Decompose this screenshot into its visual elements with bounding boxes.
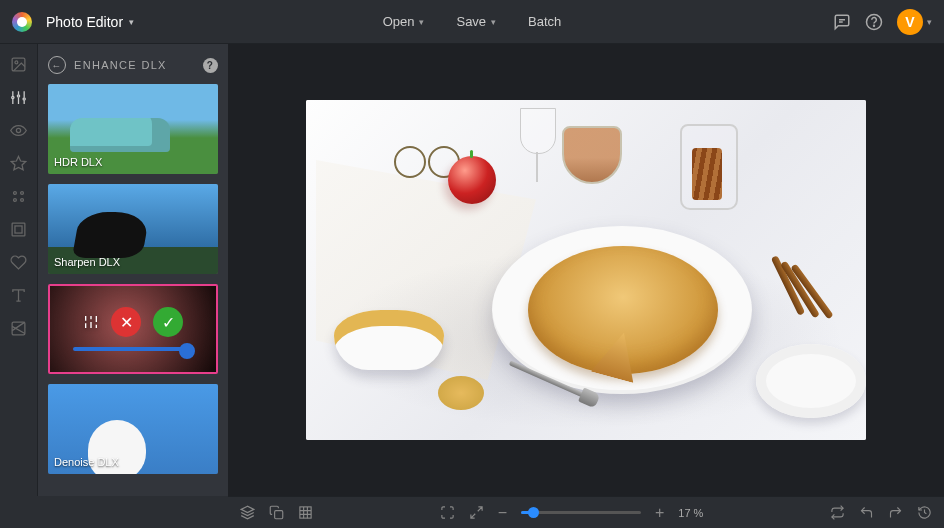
body: ← ENHANCE DLX ? HDR DLX Sharpen DLX ✕ ✓ [0,44,944,496]
svg-marker-16 [241,506,254,512]
chevron-down-icon: ▾ [927,17,932,27]
top-menu: Open▾ Save▾ Batch [369,8,576,35]
intensity-slider[interactable] [73,347,193,351]
layers-icon[interactable] [240,505,255,520]
svg-rect-18 [300,507,311,518]
app-logo [12,12,32,32]
copy-icon[interactable] [269,505,284,520]
text-tool-icon[interactable] [10,287,27,304]
effect-label: Denoise DLX [54,456,119,468]
effect-card-sharpen[interactable]: Sharpen DLX [48,184,218,274]
redo-icon[interactable] [888,505,903,520]
top-bar: Photo Editor ▾ Open▾ Save▾ Batch V ▾ [0,0,944,44]
frame-tool-icon[interactable] [10,221,27,238]
img-teacup [562,126,622,184]
heart-tool-icon[interactable] [10,254,27,271]
svg-point-10 [21,192,24,195]
svg-point-5 [17,95,19,97]
img-cookie [438,376,484,410]
app-title-dropdown[interactable]: Photo Editor ▾ [46,14,134,30]
img-plate2 [756,344,866,418]
effect-label: Sharpen DLX [54,256,120,268]
zoom-in-icon[interactable]: + [655,504,664,522]
cancel-button[interactable]: ✕ [111,307,141,337]
side-panel: ← ENHANCE DLX ? HDR DLX Sharpen DLX ✕ ✓ [38,44,228,496]
zoom-slider[interactable] [521,511,641,514]
svg-marker-8 [11,156,25,169]
svg-point-3 [15,61,18,64]
eye-tool-icon[interactable] [10,122,27,139]
fit-icon[interactable] [440,505,455,520]
feedback-icon[interactable] [833,13,851,31]
avatar-letter: V [905,14,914,30]
zoom-value: 17 % [678,507,703,519]
history-icon[interactable] [917,505,932,520]
grid-icon[interactable] [298,505,313,520]
effect-controls: ✕ ✓ [50,286,216,372]
undo-icon[interactable] [859,505,874,520]
open-button[interactable]: Open▾ [369,8,439,35]
svg-rect-17 [275,511,283,519]
back-button[interactable]: ← [48,56,66,74]
canvas-image[interactable] [306,100,866,440]
img-wineglass [520,108,554,188]
expand-icon[interactable] [469,505,484,520]
svg-point-7 [16,128,20,132]
texture-tool-icon[interactable] [10,320,27,337]
sliders-tool-icon[interactable] [10,89,27,106]
svg-point-12 [21,199,24,202]
zoom-out-icon[interactable]: − [498,504,507,522]
svg-point-4 [12,96,14,98]
chevron-down-icon: ▾ [419,17,424,27]
img-bowl [334,310,444,370]
save-button[interactable]: Save▾ [442,8,510,35]
effect-card-hdr[interactable]: HDR DLX [48,84,218,174]
chevron-down-icon: ▾ [491,17,496,27]
bottom-bar: − + 17 % [228,496,944,528]
panel-title: ENHANCE DLX [74,59,167,71]
app-title-text: Photo Editor [46,14,123,30]
svg-point-1 [874,25,875,26]
canvas-area [228,44,944,496]
svg-rect-13 [12,223,25,236]
save-label: Save [456,14,486,29]
svg-point-6 [23,98,25,100]
img-jar [680,124,738,210]
adjust-icon[interactable] [83,314,99,330]
open-label: Open [383,14,415,29]
image-tool-icon[interactable] [10,56,27,73]
compare-icon[interactable] [830,505,845,520]
svg-point-9 [14,192,17,195]
batch-button[interactable]: Batch [514,8,575,35]
help-icon[interactable] [865,13,883,31]
panel-help-icon[interactable]: ? [203,58,218,73]
svg-point-11 [14,199,17,202]
effects-tool-icon[interactable] [10,188,27,205]
svg-rect-14 [15,226,22,233]
tool-strip [0,44,38,496]
star-tool-icon[interactable] [10,155,27,172]
apply-button[interactable]: ✓ [153,307,183,337]
effect-card-selected[interactable]: ✕ ✓ [48,284,218,374]
chevron-down-icon: ▾ [129,17,134,27]
top-right: V ▾ [833,9,932,35]
account-menu[interactable]: V ▾ [897,9,932,35]
effect-card-denoise[interactable]: Denoise DLX [48,384,218,474]
side-panel-header: ← ENHANCE DLX ? [48,56,218,74]
img-apple [448,156,496,204]
avatar: V [897,9,923,35]
batch-label: Batch [528,14,561,29]
effect-label: HDR DLX [54,156,102,168]
